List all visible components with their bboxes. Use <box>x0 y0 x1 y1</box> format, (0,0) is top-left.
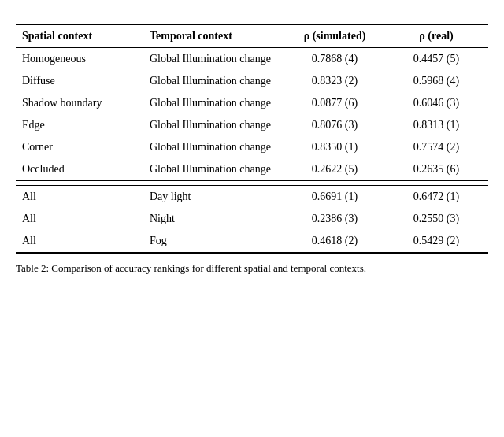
cell-spatial: Homogeneous <box>16 48 143 71</box>
cell-temporal: Night <box>143 208 285 230</box>
cell-rho-sim: 0.8076 (3) <box>285 114 384 136</box>
cell-rho-real: 0.4457 (5) <box>384 48 488 71</box>
table-row: EdgeGlobal Illumination change0.8076 (3)… <box>16 114 488 136</box>
cell-temporal: Global Illumination change <box>143 92 285 114</box>
cell-rho-real: 0.5429 (2) <box>384 230 488 253</box>
cell-spatial: All <box>16 186 143 209</box>
cell-rho-sim: 0.4618 (2) <box>285 230 384 253</box>
cell-rho-real: 0.8313 (1) <box>384 114 488 136</box>
data-table: Spatial context Temporal context ρ (simu… <box>16 24 488 254</box>
cell-spatial: Edge <box>16 114 143 136</box>
cell-rho-real: 0.6046 (3) <box>384 92 488 114</box>
cell-spatial: Corner <box>16 136 143 158</box>
table-row: AllFog0.4618 (2)0.5429 (2) <box>16 230 488 253</box>
header-rho-sim: ρ (simulated) <box>285 24 384 48</box>
table-row: AllNight0.2386 (3)0.2550 (3) <box>16 208 488 230</box>
cell-spatial: All <box>16 208 143 230</box>
cell-rho-sim: 0.6691 (1) <box>285 186 384 209</box>
cell-rho-sim: 0.2622 (5) <box>285 158 384 181</box>
cell-temporal: Global Illumination change <box>143 114 285 136</box>
header-row: Spatial context Temporal context ρ (simu… <box>16 24 488 48</box>
cell-spatial: All <box>16 230 143 253</box>
cell-spatial: Occluded <box>16 158 143 181</box>
cell-rho-real: 0.6472 (1) <box>384 186 488 209</box>
cell-rho-sim: 0.8350 (1) <box>285 136 384 158</box>
header-rho-real: ρ (real) <box>384 24 488 48</box>
cell-rho-real: 0.2550 (3) <box>384 208 488 230</box>
table-row: HomogeneousGlobal Illumination change0.7… <box>16 48 488 71</box>
table-container: Spatial context Temporal context ρ (simu… <box>16 24 488 254</box>
cell-spatial: Diffuse <box>16 70 143 92</box>
cell-spatial: Shadow boundary <box>16 92 143 114</box>
header-spatial: Spatial context <box>16 24 143 48</box>
header-temporal: Temporal context <box>143 24 285 48</box>
cell-rho-sim: 0.2386 (3) <box>285 208 384 230</box>
cell-temporal: Global Illumination change <box>143 70 285 92</box>
table-row: Shadow boundaryGlobal Illumination chang… <box>16 92 488 114</box>
cell-rho-sim: 0.8323 (2) <box>285 70 384 92</box>
table-row: CornerGlobal Illumination change0.8350 (… <box>16 136 488 158</box>
cell-temporal: Day light <box>143 186 285 209</box>
cell-rho-real: 0.2635 (6) <box>384 158 488 181</box>
cell-rho-sim: 0.0877 (6) <box>285 92 384 114</box>
cell-rho-real: 0.7574 (2) <box>384 136 488 158</box>
cell-temporal: Global Illumination change <box>143 136 285 158</box>
table-caption: Table 2: Comparison of accuracy rankings… <box>16 261 488 276</box>
table-row: AllDay light0.6691 (1)0.6472 (1) <box>16 186 488 209</box>
cell-temporal: Fog <box>143 230 285 253</box>
table-row: OccludedGlobal Illumination change0.2622… <box>16 158 488 181</box>
cell-rho-real: 0.5968 (4) <box>384 70 488 92</box>
table-row: DiffuseGlobal Illumination change0.8323 … <box>16 70 488 92</box>
cell-rho-sim: 0.7868 (4) <box>285 48 384 71</box>
cell-temporal: Global Illumination change <box>143 158 285 181</box>
cell-temporal: Global Illumination change <box>143 48 285 71</box>
